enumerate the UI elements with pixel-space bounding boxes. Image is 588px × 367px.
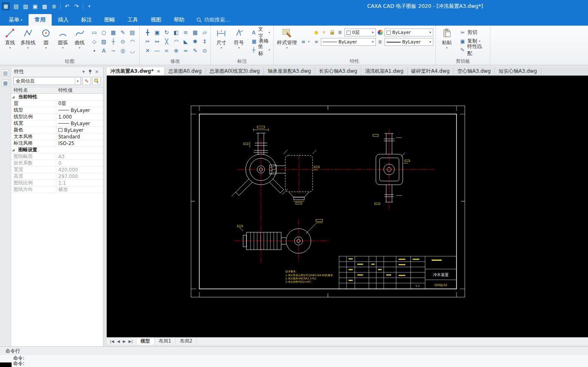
text-tool-icon[interactable]: A — [99, 46, 108, 55]
layout-tab-layout2[interactable]: 布局2 — [176, 338, 197, 345]
arc-tool-button[interactable]: 圆弧▾ — [55, 27, 72, 50]
close-icon[interactable]: × — [93, 69, 100, 75]
layer-combo[interactable]: 0层▾ — [344, 29, 376, 36]
menu-tab-view[interactable]: 视图 — [144, 14, 167, 26]
menu-tab-common[interactable]: 常用 — [29, 14, 52, 26]
join-tool-icon[interactable]: ⊕ — [172, 46, 181, 55]
copy-tool-icon[interactable]: ▣ — [153, 28, 162, 37]
prop-row-linetype-scale[interactable]: 线型比例1.000 — [11, 114, 103, 120]
polyline-tool-button[interactable]: 多段线▾ — [19, 27, 38, 50]
layer-lock-icon[interactable] — [329, 29, 336, 36]
function-search[interactable]: 功能搜索... — [196, 14, 230, 26]
section-sheet-settings[interactable]: ◢图幅设置 — [11, 147, 103, 153]
library-palette-icon[interactable]: ▦ — [2, 79, 9, 87]
command-panel-header[interactable]: 命令行 — [0, 346, 588, 355]
ellipse-tool-icon[interactable]: ○ — [99, 28, 108, 37]
divide-tool-icon[interactable]: ≈ — [181, 46, 190, 55]
match-properties-button[interactable]: ✎特性匹配 — [458, 46, 488, 54]
cut-button[interactable]: ✂剪切 — [458, 29, 488, 36]
prop-row-lineweight[interactable]: 线宽ByLayer — [11, 120, 103, 127]
arc3p-tool-icon[interactable]: ◠ — [128, 37, 137, 46]
layout-tab-model[interactable]: 模型 — [136, 338, 155, 345]
properties-palette-icon[interactable]: ▤ — [2, 69, 9, 77]
donut-tool-icon[interactable]: ⊙ — [118, 37, 127, 46]
save-file-icon[interactable]: ▣ — [31, 2, 40, 11]
toolbar-overflow-icon[interactable]: ▾ — [85, 2, 94, 11]
linetype-combo[interactable]: ByLayer▾ — [321, 38, 376, 46]
doc-tab[interactable]: 空心轴A3.dwg — [454, 67, 495, 75]
doc-tab[interactable]: 短实心轴A3.dwg — [495, 67, 541, 75]
print-icon[interactable]: ≣ — [50, 2, 59, 11]
property-list-button[interactable]: ≡▾ — [299, 38, 311, 46]
edit-properties-button[interactable]: ✎ — [82, 77, 91, 85]
doc-tab[interactable]: 破碎桨叶A4.dwg — [408, 67, 454, 75]
command-history[interactable]: 命令: 命令: — [0, 355, 588, 367]
next-layout-icon[interactable]: ▶ — [123, 339, 126, 343]
extend-tool-icon[interactable]: ↔ — [153, 37, 162, 46]
line-tool-button[interactable]: 直线▾ — [2, 27, 19, 50]
layout-tab-layout1[interactable]: 布局1 — [155, 338, 176, 345]
pick-object-button[interactable] — [92, 77, 101, 85]
fillet-tool-icon[interactable]: ◠ — [172, 37, 181, 46]
section-current-properties[interactable]: ◢当前特性 — [11, 94, 103, 100]
region-tool-icon[interactable]: ▤ — [128, 28, 137, 37]
undo-icon[interactable]: ↶ — [62, 2, 72, 11]
layer-print-icon[interactable]: ≣ — [337, 29, 344, 36]
doc-tab[interactable]: 清洗机架A1.dwg — [361, 67, 408, 75]
redo-icon[interactable]: ↷ — [72, 2, 81, 11]
drawing-canvas-area[interactable]: 技术要求: 1.未注形状公差应符合GB1184-80的要求. 2.未注圆角半径为… — [107, 76, 588, 337]
spline-tool-icon[interactable]: ∼ — [109, 46, 118, 55]
color-wheel-icon[interactable] — [377, 29, 384, 36]
prev-layout-icon[interactable]: ◀ — [117, 339, 120, 343]
point-tool-icon[interactable]: ∙ — [90, 46, 99, 55]
last-layout-icon[interactable]: ▶| — [129, 339, 133, 343]
text-annotate-button[interactable]: A文字▾ — [249, 29, 272, 36]
rectangle-tool-icon[interactable]: ▭ — [90, 28, 99, 37]
offset-tool-icon[interactable]: ≡ — [181, 28, 190, 37]
menu-tab-help[interactable]: 帮助 — [167, 14, 191, 26]
layer-freeze-icon[interactable]: ☀ — [321, 29, 328, 36]
align-tool-icon[interactable]: ≍ — [162, 46, 171, 55]
doc-tab[interactable]: 总装图A0.dwg — [165, 67, 206, 75]
coordinate-annotate-button[interactable]: ┼坐标▾ — [249, 46, 272, 54]
paste-button[interactable]: 粘贴▾ — [437, 27, 456, 50]
rotate-tool-icon[interactable]: ↻ — [162, 28, 171, 37]
prop-row-text-style[interactable]: 文本风格Standard — [11, 133, 103, 140]
first-layout-icon[interactable]: |◀ — [110, 339, 114, 343]
prop-row-layer[interactable]: 层0层 — [11, 100, 103, 107]
doc-tab[interactable]: 长实心轴A3.dwg — [315, 67, 361, 75]
sketch-tool-icon[interactable]: ✎ — [118, 28, 127, 37]
style-manager-button[interactable]: 样式管理▾ — [275, 27, 299, 50]
layer-on-icon[interactable]: ● — [313, 29, 320, 36]
hatch-tool-icon[interactable]: ▨ — [99, 37, 108, 46]
trim-tool-icon[interactable]: ✂ — [143, 37, 152, 46]
dimension-button[interactable]: .1 尺寸▾ — [213, 27, 230, 50]
new-file-icon[interactable]: ▤ — [12, 2, 21, 11]
lineweight-combo[interactable]: ByLayer▾ — [385, 38, 433, 46]
table-tool-icon[interactable]: ▦ — [109, 28, 118, 37]
linetype-list-icon[interactable]: ≡ — [313, 38, 320, 45]
prop-row-linetype[interactable]: 线型ByLayer — [11, 107, 103, 114]
wave-tool-icon[interactable]: ◡ — [128, 46, 137, 55]
doc-tab[interactable]: 总装图A0(线宽3).dwg — [206, 67, 264, 75]
polygon-tool-icon[interactable]: ◇ — [90, 37, 99, 46]
menu-tab-menu[interactable]: 菜单▾ — [2, 14, 29, 26]
array-tool-icon[interactable]: ▦ — [191, 28, 200, 37]
panel-menu-icon[interactable]: ▾ — [80, 69, 87, 75]
curve-tool-button[interactable]: 曲线▾ — [71, 27, 88, 50]
save-all-icon[interactable]: ▩ — [40, 2, 49, 11]
cad-drawing[interactable]: 技术要求: 1.未注形状公差应符合GB1184-80的要求. 2.未注圆角半径为… — [107, 76, 588, 337]
explode-tool-icon[interactable]: ✱ — [191, 37, 200, 46]
properties-edit-tool-icon[interactable]: ⊙ — [200, 46, 209, 55]
color-combo[interactable]: ByLayer▾ — [385, 29, 433, 36]
menu-tab-sheet[interactable]: 图幅 — [98, 14, 121, 26]
break-tool-icon[interactable]: ╳ — [162, 37, 171, 46]
chamfer-tool-icon[interactable]: ◣ — [181, 37, 190, 46]
open-file-icon[interactable]: ▨ — [21, 2, 30, 11]
menu-tab-tools[interactable]: 工具 — [121, 14, 144, 26]
scale-tool-icon[interactable]: ▱ — [200, 28, 209, 37]
edit-tool-icon[interactable]: ✎ — [191, 46, 200, 55]
symbol-button[interactable]: 符号▾ — [230, 27, 247, 50]
lineweight-list-icon[interactable]: ≣ — [377, 38, 384, 45]
doc-tab[interactable]: 轴承座装配A3.dwg — [264, 67, 315, 75]
